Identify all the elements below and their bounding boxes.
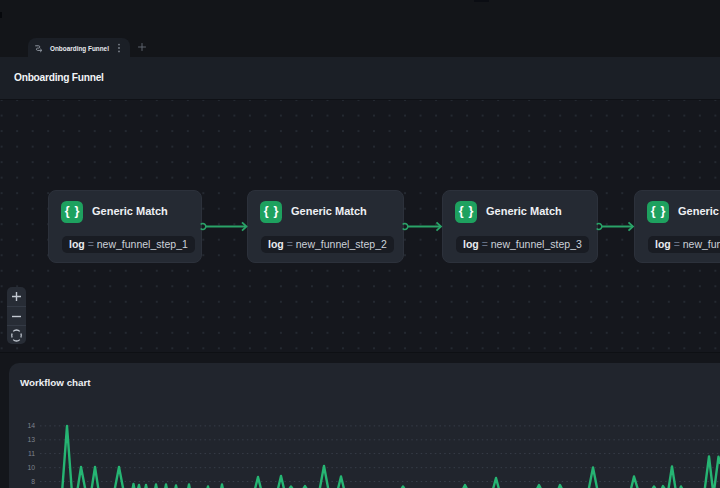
svg-text:14: 14 [27, 422, 35, 429]
svg-text:8: 8 [31, 478, 35, 485]
svg-text:11: 11 [28, 450, 35, 457]
svg-text:10: 10 [27, 464, 35, 471]
svg-text:13: 13 [27, 436, 35, 443]
